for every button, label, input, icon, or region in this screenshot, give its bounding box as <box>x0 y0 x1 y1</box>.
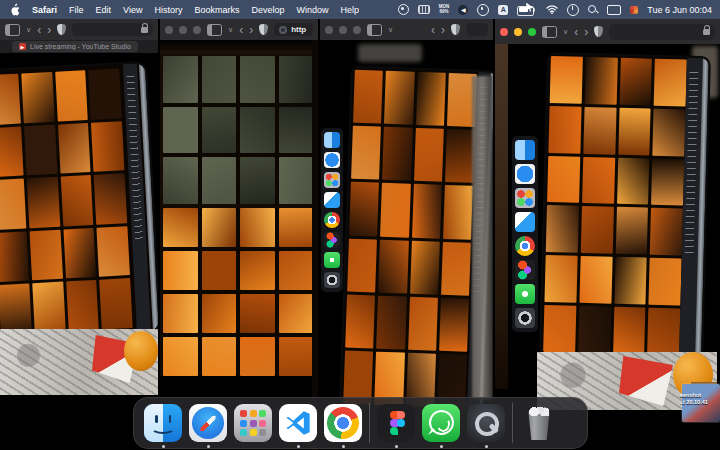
mosaic-cell <box>578 306 611 354</box>
forward-icon[interactable]: › <box>249 24 253 36</box>
back-icon[interactable]: ‹ <box>431 24 435 36</box>
safari-window-2[interactable]: ∨ ‹ › http <box>160 19 318 450</box>
chevron-down-icon[interactable]: ∨ <box>228 26 233 34</box>
keyboard-icon[interactable] <box>418 5 430 14</box>
w1-video-stream[interactable] <box>0 53 158 450</box>
chevron-down-icon[interactable]: ∨ <box>26 26 31 34</box>
tab-live-streaming[interactable]: ▶ Live streaming - YouTube Studio <box>12 41 138 52</box>
mosaic-cell <box>615 207 648 255</box>
zoom-button[interactable] <box>193 26 201 34</box>
menu-history[interactable]: History <box>154 5 182 15</box>
quicktime-icon <box>324 272 340 288</box>
zoom-button[interactable] <box>353 26 361 34</box>
menu-bar-clock[interactable]: Tue 6 Jun 00:04 <box>647 5 712 15</box>
safari-icon <box>189 404 227 442</box>
w1-tablet-screen <box>0 63 158 339</box>
mosaic-cell <box>584 57 617 105</box>
safari-window-1[interactable]: ∨ ‹ › ▶ Live streaming - YouTube Studio <box>0 19 158 450</box>
back-icon[interactable]: ‹ <box>37 24 41 36</box>
close-button[interactable] <box>165 26 173 34</box>
dock-vscode[interactable] <box>279 404 317 442</box>
desktop-screenshot-file[interactable]: eenshot..t 20.10.41 <box>682 384 720 422</box>
close-button[interactable] <box>325 26 333 34</box>
privacy-shield-icon[interactable] <box>451 24 460 35</box>
display-icon[interactable] <box>607 5 621 15</box>
dock-chrome[interactable] <box>324 404 362 442</box>
minimize-button[interactable] <box>179 26 187 34</box>
dock-whatsapp[interactable] <box>422 404 460 442</box>
back-icon[interactable]: ‹ <box>574 26 578 38</box>
mosaic-cell <box>55 70 88 121</box>
privacy-shield-icon[interactable] <box>259 24 268 35</box>
mosaic-cell <box>544 255 577 303</box>
mosaic-cell <box>382 127 412 181</box>
monitor-percent-icon[interactable]: MON69% <box>439 5 450 15</box>
input-source-icon[interactable]: A <box>498 5 508 15</box>
dock-quicktime[interactable] <box>467 404 505 442</box>
mosaic-cell <box>546 205 579 253</box>
spotlight-search-icon[interactable] <box>588 5 598 15</box>
sidebar-icon[interactable] <box>542 26 557 38</box>
menu-bookmarks[interactable]: Bookmarks <box>194 5 239 15</box>
dock-figma[interactable] <box>377 404 415 442</box>
mosaic-cell <box>414 128 444 182</box>
wifi-icon[interactable] <box>546 5 558 14</box>
minimize-button[interactable] <box>514 28 522 36</box>
battery-icon[interactable] <box>517 5 537 15</box>
apple-menu-icon[interactable] <box>10 4 20 16</box>
w1-desk-surface <box>0 329 158 395</box>
zoom-button[interactable] <box>528 28 536 36</box>
menu-help[interactable]: Help <box>340 5 359 15</box>
mosaic-cell <box>163 107 198 154</box>
menu-develop[interactable]: Develop <box>251 5 284 15</box>
trash-icon <box>520 404 558 442</box>
menu-safari[interactable]: Safari <box>32 5 57 15</box>
mosaic-cell <box>651 158 684 206</box>
lock-icon <box>703 29 710 35</box>
w3-toolbar: ∨ ‹ › <box>320 19 493 40</box>
clock-icon[interactable] <box>567 4 579 16</box>
app-logo-icon[interactable] <box>630 6 638 14</box>
screen-mirroring-icon[interactable] <box>477 4 489 16</box>
mosaic-cell <box>583 107 616 155</box>
dock-safari[interactable] <box>189 404 227 442</box>
quicktime-icon <box>515 308 535 328</box>
mosaic-cell <box>202 337 237 376</box>
menu-window[interactable]: Window <box>296 5 328 15</box>
w2-video-stream[interactable] <box>160 40 318 450</box>
menu-view[interactable]: View <box>123 5 142 15</box>
dock-trash[interactable] <box>520 404 558 442</box>
lock-icon <box>141 27 148 33</box>
forward-icon[interactable]: › <box>584 26 588 38</box>
mosaic-cell <box>650 208 683 256</box>
sidebar-icon[interactable] <box>367 24 382 36</box>
forward-icon[interactable]: › <box>441 24 445 36</box>
menu-file[interactable]: File <box>69 5 84 15</box>
menu-edit[interactable]: Edit <box>96 5 112 15</box>
mosaic-cell <box>654 59 687 107</box>
w2-address-bar[interactable]: http <box>274 23 313 36</box>
sidebar-icon[interactable] <box>207 24 222 36</box>
sidebar-icon[interactable] <box>5 24 20 36</box>
forward-icon[interactable]: › <box>47 24 51 36</box>
safari-window-3[interactable]: ∨ ‹ › <box>320 19 493 450</box>
mosaic-cell <box>550 56 583 104</box>
mosaic-cell <box>202 157 237 204</box>
close-button[interactable] <box>500 28 508 36</box>
w3-video-stream[interactable] <box>320 40 493 450</box>
screen-record-stop-icon[interactable] <box>398 4 409 15</box>
dock-finder[interactable] <box>144 404 182 442</box>
back-circle-icon[interactable]: ◀ <box>458 5 468 15</box>
mosaic-cell <box>202 107 237 154</box>
minimize-button[interactable] <box>339 26 347 34</box>
chevron-down-icon[interactable]: ∨ <box>388 26 393 34</box>
back-icon[interactable]: ‹ <box>239 24 243 36</box>
mosaic-cell <box>163 337 198 376</box>
w1-address-bar[interactable] <box>72 23 153 36</box>
chevron-down-icon[interactable]: ∨ <box>563 28 568 36</box>
w3-address-bar[interactable] <box>466 23 488 36</box>
privacy-shield-icon[interactable] <box>594 26 603 37</box>
w4-address-bar[interactable] <box>609 24 715 40</box>
privacy-shield-icon[interactable] <box>57 24 66 35</box>
dock-launchpad[interactable] <box>234 404 272 442</box>
